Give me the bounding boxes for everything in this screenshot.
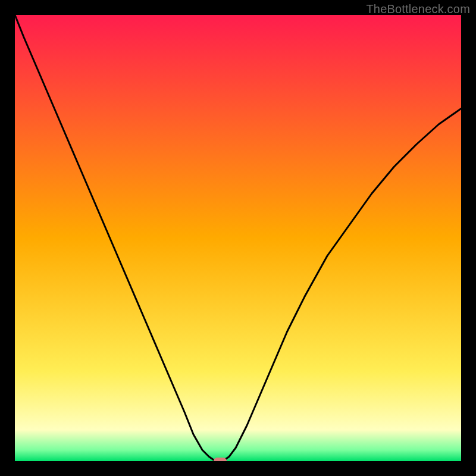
optimal-marker [214, 458, 227, 461]
chart-background [15, 15, 461, 461]
chart-frame: TheBottleneck.com [0, 0, 476, 476]
watermark-text: TheBottleneck.com [366, 2, 470, 16]
chart-svg [15, 15, 461, 461]
plot-area [15, 15, 461, 461]
